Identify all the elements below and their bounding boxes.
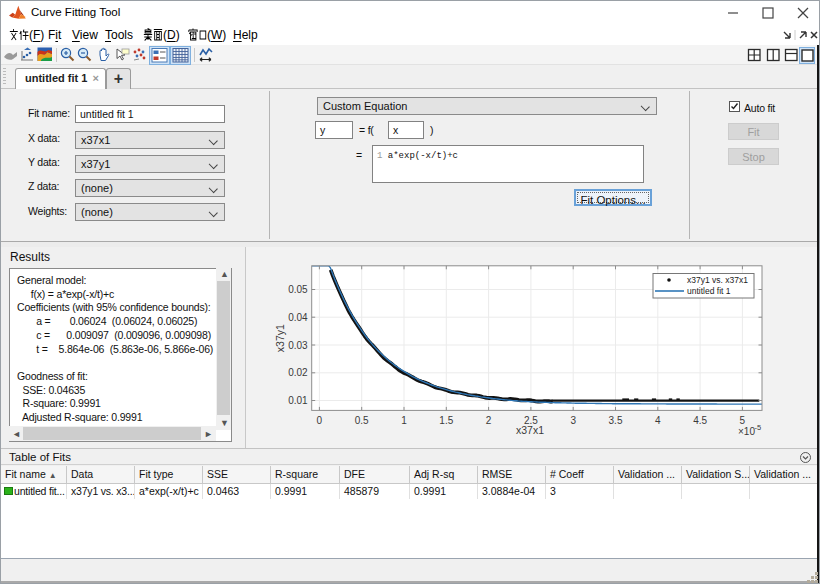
svg-text:3: 3 [570,415,576,426]
svg-text:4.5: 4.5 [693,415,707,426]
svg-text:x37y1 vs. x37x1: x37y1 vs. x37x1 [687,275,748,285]
svg-text:4: 4 [655,415,661,426]
svg-text:0: 0 [317,415,323,426]
svg-text:0.01: 0.01 [288,395,308,406]
svg-text:×10: ×10 [738,426,755,437]
svg-text:0.04: 0.04 [288,312,308,323]
svg-text:1: 1 [401,415,407,426]
svg-text:1.5: 1.5 [439,415,453,426]
svg-text:0.05: 0.05 [288,284,308,295]
svg-text:2: 2 [486,415,492,426]
svg-text:x37y1: x37y1 [274,324,286,352]
svg-text:-5: -5 [755,423,762,432]
svg-text:0.5: 0.5 [355,415,369,426]
svg-text:3.5: 3.5 [609,415,623,426]
svg-text:x37x1: x37x1 [516,424,544,436]
svg-text:5: 5 [740,415,746,426]
svg-text:untitled fit 1: untitled fit 1 [687,286,731,296]
svg-text:0.03: 0.03 [288,340,308,351]
svg-text:0.02: 0.02 [288,367,308,378]
